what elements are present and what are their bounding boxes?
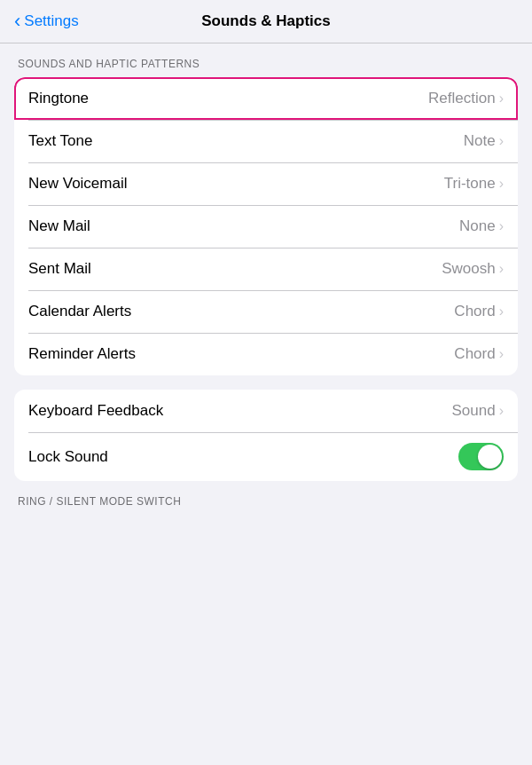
page-title: Sounds & Haptics: [201, 12, 330, 30]
sound-row-sent-mail[interactable]: Sent MailSwoosh›: [14, 248, 518, 290]
sound-settings-card: RingtoneReflection›Text ToneNote›New Voi…: [14, 77, 518, 375]
row-value: Chord: [454, 303, 495, 320]
chevron-right-icon: ›: [499, 346, 504, 362]
feedback-row-keyboard-feedback[interactable]: Keyboard FeedbackSound›: [14, 390, 518, 432]
header: ‹ Settings Sounds & Haptics: [0, 0, 532, 43]
chevron-right-icon: ›: [499, 403, 504, 419]
section3-label: RING / SILENT MODE SWITCH: [0, 481, 532, 515]
row-value: Sound: [452, 402, 496, 420]
row-label: Sent Mail: [28, 260, 91, 278]
sound-row-text-tone[interactable]: Text ToneNote›: [14, 120, 518, 162]
back-button[interactable]: ‹ Settings: [14, 12, 79, 31]
row-value: Tri-tone: [444, 175, 496, 193]
row-label: Text Tone: [28, 132, 92, 150]
chevron-right-icon: ›: [499, 176, 504, 192]
feedback-row-lock-sound[interactable]: Lock Sound: [14, 432, 518, 481]
row-value: Swoosh: [442, 260, 495, 278]
row-value: None: [459, 217, 496, 235]
sound-row-new-voicemail[interactable]: New VoicemailTri-tone›: [14, 162, 518, 205]
sound-row-calendar-alerts[interactable]: Calendar AlertsChord›: [14, 290, 518, 333]
row-value: Note: [464, 132, 496, 150]
toggle-thumb: [478, 445, 502, 469]
chevron-right-icon: ›: [499, 91, 504, 106]
row-label: Ringtone: [28, 90, 89, 107]
row-label: Keyboard Feedback: [28, 402, 163, 420]
chevron-right-icon: ›: [499, 261, 504, 277]
sound-row-reminder-alerts[interactable]: Reminder AlertsChord›: [14, 333, 518, 375]
chevron-right-icon: ›: [499, 133, 504, 149]
row-value: Chord: [454, 345, 495, 363]
row-label: New Mail: [28, 217, 90, 235]
lock-sound-toggle[interactable]: [458, 443, 504, 470]
sound-row-new-mail[interactable]: New MailNone›: [14, 205, 518, 248]
chevron-left-icon: ‹: [14, 12, 20, 31]
feedback-card: Keyboard FeedbackSound›Lock Sound: [14, 390, 518, 481]
section1-label: SOUNDS AND HAPTIC PATTERNS: [0, 43, 532, 77]
chevron-right-icon: ›: [499, 218, 504, 234]
chevron-right-icon: ›: [499, 304, 504, 319]
row-label: Lock Sound: [28, 448, 108, 466]
row-label: Calendar Alerts: [28, 303, 131, 320]
row-label: New Voicemail: [28, 175, 128, 193]
back-label: Settings: [24, 12, 78, 30]
row-value: Reflection: [428, 90, 496, 107]
sound-row-ringtone[interactable]: RingtoneReflection›: [14, 77, 518, 120]
row-label: Reminder Alerts: [28, 345, 136, 363]
